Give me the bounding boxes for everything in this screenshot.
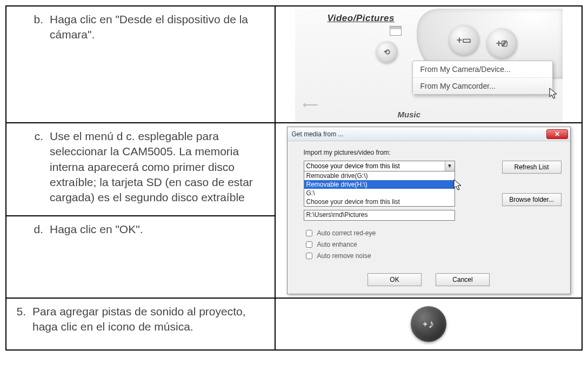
marker-d: d. — [28, 222, 50, 292]
device-combo-input[interactable] — [304, 161, 445, 171]
check-enhance[interactable]: Auto enhance — [304, 240, 562, 249]
checkbox-enhance[interactable] — [306, 241, 312, 248]
text-c: Use el menú d c. esplegable para selecci… — [50, 129, 265, 210]
instruction-b: b. Haga clic en "Desde el dispositivo de… — [6, 6, 275, 48]
marker-c: c. — [28, 129, 50, 210]
instruction-c: c. Use el menú d c. esplegable para sele… — [6, 123, 275, 215]
option-choose[interactable]: Choose your device from this list — [304, 197, 455, 206]
get-media-dialog: Get media from ... ✕ Import my pictures/… — [287, 127, 571, 294]
device-listbox[interactable]: Removable drive(G:\) Removable drive(H:\… — [304, 171, 455, 207]
marker-b: b. — [28, 12, 50, 43]
marker-5: 5. — [16, 304, 32, 335]
checkbox-noise[interactable] — [306, 253, 312, 259]
menu-from-camera[interactable]: From My Camera/Device... — [413, 61, 552, 78]
option-removable-g[interactable]: Removable drive(G:\) — [304, 171, 455, 180]
window-icon — [390, 26, 402, 36]
checkbox-redeye[interactable] — [306, 230, 312, 236]
check-redeye[interactable]: Auto correct red-eye — [304, 228, 562, 238]
add-video-button[interactable]: +▭ — [449, 25, 479, 55]
row-cd: c. Use el menú d c. esplegable para sele… — [6, 123, 582, 299]
instruction-d: d. Haga clic en "OK". — [6, 216, 275, 298]
close-button[interactable]: ✕ — [546, 129, 568, 139]
plus-icon: + — [423, 320, 427, 328]
text-d: Haga clic en "OK". — [50, 222, 265, 292]
cursor-icon — [549, 88, 559, 100]
cursor-icon — [453, 179, 464, 191]
ok-button[interactable]: OK — [368, 273, 422, 286]
round-button-1[interactable]: ⟲ — [376, 41, 398, 63]
arrow-left-icon: ⟵ — [303, 98, 318, 111]
panel-title: Video/Pictures — [328, 13, 395, 24]
menu-from-camcorder[interactable]: From My Camcorder... — [413, 78, 552, 94]
add-music-button[interactable]: + ♪ — [411, 306, 446, 342]
plus-film-icon: +▭ — [457, 34, 472, 46]
import-label: Import my pictures/video from: — [304, 149, 562, 156]
text-5: Para agregar pistas de sonido al proyect… — [32, 304, 265, 335]
music-label: Music — [398, 110, 421, 119]
chevron-down-icon[interactable]: ▼ — [445, 161, 455, 171]
path-field[interactable]: R:\Users\rnd\Pictures — [304, 210, 455, 221]
add-device-button[interactable]: +⎚ — [487, 28, 517, 58]
row-5: 5. Para agregar pistas de sonido al proy… — [6, 299, 582, 349]
plus-usb-icon: +⎚ — [496, 38, 508, 49]
video-pictures-panel: Video/Pictures ⟲ +▭ +⎚ ⟵ From My Camera/… — [295, 9, 563, 122]
refresh-button[interactable]: Refresh List — [502, 161, 562, 174]
instruction-5: 5. Para agregar pistas de sonido al proy… — [6, 299, 275, 340]
device-combo[interactable]: ▼ — [304, 161, 455, 171]
dialog-title: Get media from ... — [292, 130, 546, 138]
option-g[interactable]: G:\ — [304, 189, 455, 197]
music-note-icon: ♪ — [429, 317, 435, 331]
instruction-table: b. Haga clic en "Desde el dispositivo de… — [5, 5, 583, 351]
row-b: b. Haga clic en "Desde el dispositivo de… — [6, 6, 582, 123]
dialog-titlebar: Get media from ... ✕ — [288, 127, 570, 141]
option-removable-h[interactable]: Removable drive(H:\) — [304, 180, 455, 189]
check-noise[interactable]: Auto remove noise — [304, 251, 562, 261]
browse-button[interactable]: Browse folder... — [502, 193, 562, 206]
context-menu: From My Camera/Device... From My Camcord… — [412, 61, 553, 95]
cancel-button[interactable]: Cancel — [436, 273, 490, 286]
text-b: Haga clic en "Desde el dispositivo de la… — [50, 12, 265, 43]
